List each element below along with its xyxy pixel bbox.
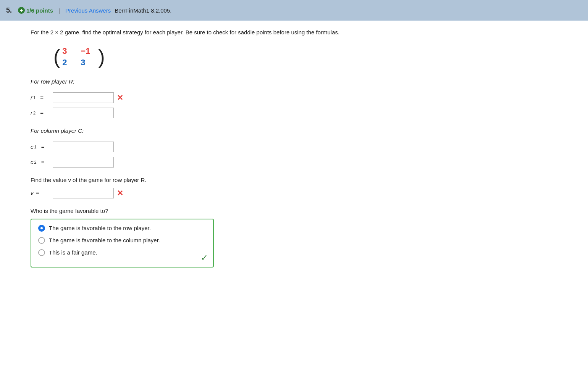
favorable-question: Who is the game favorable to? — [31, 208, 523, 214]
header-bar: 5. + 1/6 points | Previous Answers BerrF… — [0, 0, 588, 21]
v-input[interactable] — [53, 188, 114, 198]
radio-label-3: This is a fair game. — [49, 249, 97, 256]
radio-circle-2[interactable] — [38, 237, 45, 244]
radio-circle-3[interactable] — [38, 249, 45, 256]
r1-input[interactable] — [53, 92, 114, 103]
r2-label: r2 = — [31, 110, 50, 116]
points-text: 1/6 points — [26, 7, 53, 14]
radio-group: The game is favorable to the row player.… — [31, 219, 214, 268]
col-player-label: For column player C: — [31, 127, 523, 134]
question-number: 5. — [6, 6, 12, 15]
radio-group-checkmark: ✓ — [201, 253, 208, 263]
r1-label: r1 = — [31, 94, 50, 101]
matrix-r2c1: 2 — [62, 58, 78, 68]
matrix-container: ( 3 −1 2 3 ) — [53, 45, 523, 69]
problem-description: For the 2 × 2 game, find the optimal str… — [31, 28, 523, 37]
c1-row: c1 = — [31, 142, 523, 152]
previous-answers-link[interactable]: Previous Answers — [65, 7, 111, 14]
c2-input[interactable] — [53, 157, 114, 168]
v-wrong-icon: ✕ — [117, 189, 123, 198]
radio-circle-1[interactable] — [38, 225, 45, 232]
c1-input[interactable] — [53, 142, 114, 152]
points-badge: + 1/6 points — [18, 7, 53, 14]
problem-id: BerrFinMath1 8.2.005. — [115, 7, 171, 14]
matrix-r1c1: 3 — [62, 46, 78, 56]
r2-input[interactable] — [53, 108, 114, 118]
right-paren: ) — [98, 47, 105, 67]
row-player-label: For row player R: — [31, 78, 523, 85]
radio-option-2[interactable]: The game is favorable to the column play… — [38, 237, 206, 244]
v-label: v = — [31, 190, 50, 196]
v-row: v = ✕ — [31, 188, 523, 198]
radio-option-1[interactable]: The game is favorable to the row player. — [38, 225, 206, 232]
radio-label-1: The game is favorable to the row player. — [49, 225, 151, 231]
left-paren: ( — [53, 47, 60, 67]
radio-label-2: The game is favorable to the column play… — [49, 237, 160, 243]
find-value-text: Find the value v of the game for row pla… — [31, 177, 523, 183]
radio-option-3[interactable]: This is a fair game. — [38, 249, 206, 256]
r1-wrong-icon: ✕ — [117, 93, 123, 102]
matrix-values: 3 −1 2 3 — [60, 45, 98, 69]
matrix-r1c2: −1 — [81, 46, 96, 56]
c1-label: c1 = — [31, 143, 50, 150]
plus-icon: + — [18, 7, 25, 14]
matrix-r2c2: 3 — [81, 58, 96, 68]
c2-row: c2 = — [31, 157, 523, 168]
content-area: For the 2 × 2 game, find the optimal str… — [0, 21, 535, 279]
r1-row: r1 = ✕ — [31, 92, 523, 103]
separator: | — [58, 7, 60, 14]
r2-row: r2 = — [31, 108, 523, 118]
c2-label: c2 = — [31, 159, 50, 165]
